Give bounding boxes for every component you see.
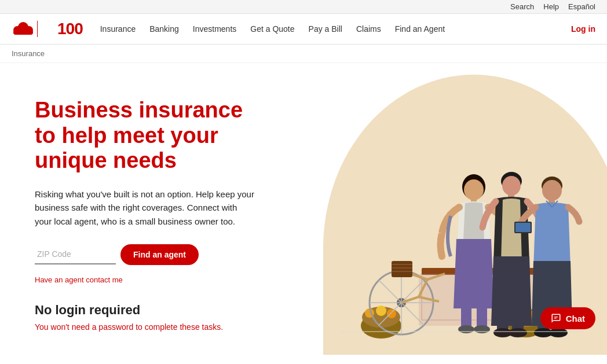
svg-point-54 — [549, 328, 568, 337]
svg-point-37 — [458, 325, 474, 333]
svg-rect-36 — [477, 297, 487, 329]
svg-rect-35 — [461, 297, 471, 329]
agent-contact-link[interactable]: Have an agent contact me — [35, 275, 123, 284]
zip-input[interactable] — [35, 245, 116, 264]
find-agent-button[interactable]: Find an agent — [120, 244, 199, 265]
logo-area[interactable]: 100 — [12, 20, 83, 38]
svg-point-33 — [464, 179, 484, 200]
hero-body: Risking what you've built is not an opti… — [35, 187, 255, 228]
hero-section: Business insurance to help meet your uni… — [0, 63, 607, 355]
no-login-title: No login required — [35, 303, 266, 318]
nav-insurance[interactable]: Insurance — [100, 24, 136, 34]
main-nav: 100 Insurance Banking Investments Get a … — [0, 14, 607, 45]
svg-point-11 — [387, 309, 396, 318]
svg-point-49 — [542, 180, 562, 201]
nav-investments[interactable]: Investments — [193, 24, 236, 34]
svg-rect-3 — [13, 30, 33, 35]
logo-icon — [12, 20, 35, 38]
login-link[interactable]: Log in — [571, 24, 595, 34]
chat-label: Chat — [566, 314, 585, 323]
chat-button[interactable]: Chat — [540, 307, 595, 329]
breadcrumb: Insurance — [0, 45, 607, 63]
hero-title: Business insurance to help meet your uni… — [35, 98, 266, 174]
svg-point-40 — [502, 176, 521, 196]
espanol-link[interactable]: Español — [568, 2, 595, 11]
search-link[interactable]: Search — [510, 2, 534, 11]
logo-text: 100 — [57, 20, 83, 38]
svg-point-45 — [509, 328, 527, 337]
nav-claims[interactable]: Claims — [356, 24, 381, 34]
brand-logo-svg — [12, 20, 35, 38]
nav-banking[interactable]: Banking — [149, 24, 179, 34]
help-link[interactable]: Help — [543, 2, 559, 11]
svg-point-10 — [376, 306, 386, 316]
utility-bar: Search Help Español — [0, 0, 607, 14]
nav-get-quote[interactable]: Get a Quote — [250, 24, 294, 34]
nav-links: Insurance Banking Investments Get a Quot… — [100, 24, 571, 34]
svg-point-38 — [474, 325, 490, 333]
svg-rect-28 — [392, 261, 412, 277]
logo-divider — [37, 21, 38, 37]
svg-rect-56 — [515, 223, 531, 232]
nav-find-agent[interactable]: Find an Agent — [395, 24, 445, 34]
no-login-body: You won't need a password to complete th… — [35, 322, 266, 332]
hero-content: Business insurance to help meet your uni… — [0, 63, 290, 355]
zip-form: Find an agent — [35, 244, 266, 265]
breadcrumb-text: Insurance — [12, 49, 45, 58]
nav-pay-bill[interactable]: Pay a Bill — [309, 24, 342, 34]
chat-icon — [551, 313, 561, 323]
